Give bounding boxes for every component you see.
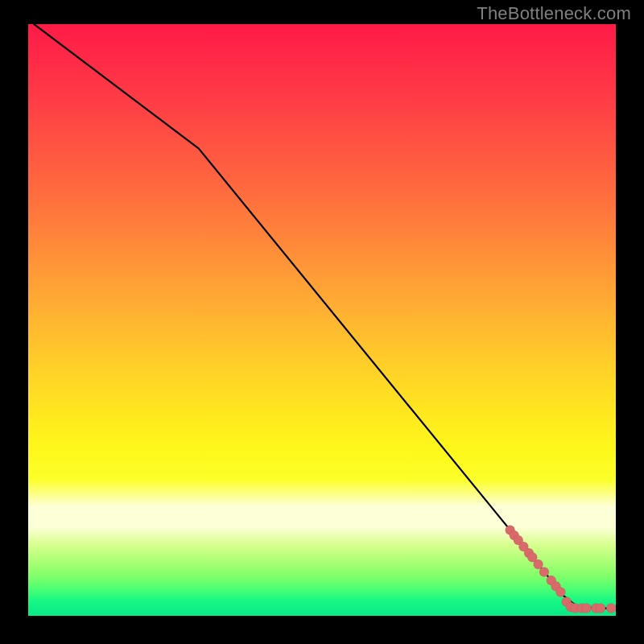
- chart-frame: TheBottleneck.com: [0, 0, 644, 644]
- attribution-label: TheBottleneck.com: [477, 3, 631, 24]
- plot-area: [28, 24, 616, 616]
- gradient-background: [28, 24, 616, 616]
